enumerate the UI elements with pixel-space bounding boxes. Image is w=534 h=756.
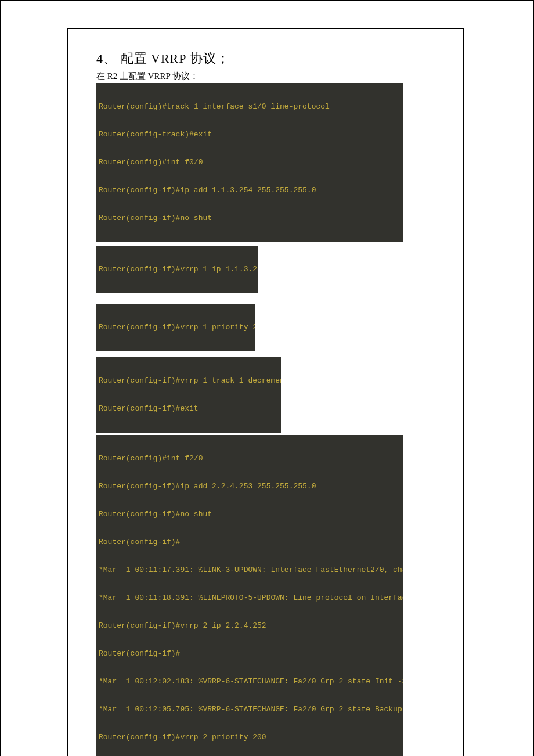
term-line: Router(config-if)#vrrp 1 ip 1.1.3.252 <box>99 265 258 274</box>
terminal-r2-3: Router(config-if)#vrrp 1 priority 250 <box>96 304 255 351</box>
term-line: Router(config-if)#ip add 1.1.3.254 255.2… <box>99 186 400 195</box>
term-line: Router(config-if)#vrrp 2 ip 2.2.4.252 <box>99 621 400 631</box>
terminal-r2-2: Router(config-if)#vrrp 1 ip 1.1.3.252 <box>96 246 258 293</box>
content-area: 4、 配置 VRRP 协议； 在 R2 上配置 VRRP 协议： Router(… <box>70 33 461 756</box>
term-line: Router(config)#track 1 interface s1/0 li… <box>99 102 400 111</box>
terminal-r2-5: Router(config)#int f2/0 Router(config-if… <box>96 435 403 756</box>
term-line: Router(config-if)#vrrp 1 priority 250 <box>99 323 255 332</box>
term-line: Router(config-if)# <box>99 649 400 658</box>
section-heading: 4、 配置 VRRP 协议； <box>96 50 438 67</box>
term-line: *Mar 1 00:11:17.391: %LINK-3-UPDOWN: Int… <box>99 566 400 575</box>
term-line: Router(config-if)#ip add 2.2.4.253 255.2… <box>99 482 400 491</box>
term-line: Router(config)#int f0/0 <box>99 158 400 167</box>
term-line: *Mar 1 00:11:18.391: %LINEPROTO-5-UPDOWN… <box>99 593 400 603</box>
terminal-r2-1: Router(config)#track 1 interface s1/0 li… <box>96 83 403 242</box>
term-line: Router(config-if)#no shut <box>99 510 400 519</box>
term-line: Router(config)#int f2/0 <box>99 454 400 463</box>
term-line: Router(config-track)#exit <box>99 130 400 139</box>
term-line: *Mar 1 00:12:02.183: %VRRP-6-STATECHANGE… <box>99 677 400 686</box>
term-line: Router(config-if)#vrrp 2 priority 200 <box>99 733 400 742</box>
term-line: Router(config-if)#vrrp 1 track 1 decreme… <box>99 376 279 386</box>
terminal-r2-4: Router(config-if)#vrrp 1 track 1 decreme… <box>96 357 281 433</box>
term-line: Router(config-if)#no shut <box>99 214 400 223</box>
r2-subheading: 在 R2 上配置 VRRP 协议： <box>96 71 438 82</box>
term-line: Router(config-if)# <box>99 538 400 547</box>
term-line: *Mar 1 00:12:05.795: %VRRP-6-STATECHANGE… <box>99 705 400 714</box>
page: 4、 配置 VRRP 协议； 在 R2 上配置 VRRP 协议： Router(… <box>0 0 534 756</box>
term-line: Router(config-if)#exit <box>99 404 279 413</box>
